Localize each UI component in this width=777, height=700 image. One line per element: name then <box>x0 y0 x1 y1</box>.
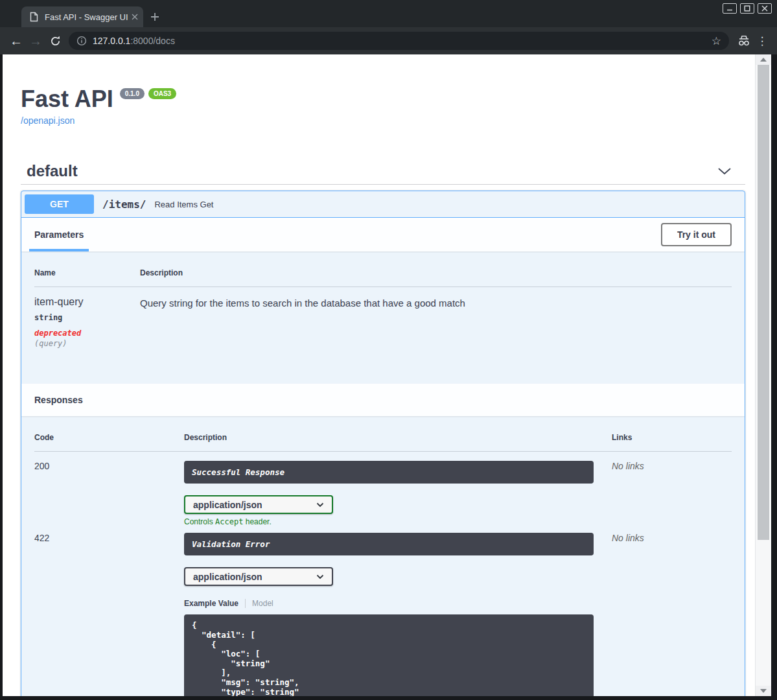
tag-title: default <box>27 161 78 180</box>
version-badge: 0.1.0 <box>120 88 145 99</box>
new-tab-button[interactable] <box>148 10 162 24</box>
tab-title: Fast API - Swagger UI <box>45 12 132 22</box>
browser-menu-icon[interactable]: ⋮ <box>754 34 771 48</box>
tag-header[interactable]: default <box>21 161 745 185</box>
browser-toolbar: ← → 127.0.0.1:8000/docs ☆ ⋮ <box>0 27 777 54</box>
window-controls <box>723 3 772 14</box>
responses-table-header: Code Description Links <box>34 433 732 452</box>
close-button[interactable] <box>758 3 772 14</box>
response-row-200: 200 Successful Response application/json… <box>34 452 732 526</box>
parameters-table: Name Description item-query string depre… <box>21 251 745 384</box>
page-info-icon[interactable] <box>76 36 87 46</box>
media-type-value: application/json <box>193 500 262 510</box>
operation-path: /items/ <box>102 198 146 211</box>
incognito-icon <box>734 31 754 51</box>
response-code: 422 <box>34 533 184 696</box>
col-header-code: Code <box>34 433 184 442</box>
maximize-button[interactable] <box>740 3 754 14</box>
parameter-name: item-query <box>34 296 140 308</box>
minimize-button[interactable] <box>723 3 737 14</box>
response-row-422: 422 Validation Error application/json <box>34 526 732 696</box>
scroll-up-button[interactable] <box>756 54 771 65</box>
example-model-tabs: Example Value Model <box>184 599 612 608</box>
openapi-spec-link[interactable]: /openapi.json <box>21 115 75 126</box>
responses-header: Responses <box>21 384 745 416</box>
col-header-name: Name <box>34 268 140 277</box>
bookmark-star-icon[interactable]: ☆ <box>712 34 721 48</box>
scroll-down-button[interactable] <box>756 686 771 696</box>
tab-example-value[interactable]: Example Value <box>184 599 238 608</box>
responses-table: Code Description Links 200 Successful Re… <box>21 416 745 696</box>
parameter-type: string <box>34 313 140 322</box>
example-json-block: { "detail": [ { "loc": [ "string" ], "ms… <box>184 614 594 696</box>
response-code: 200 <box>34 461 184 526</box>
opblock-get-items: GET /items/ Read Items Get Parameters Tr… <box>21 191 745 696</box>
response-description-box: Successful Response <box>184 461 594 484</box>
parameter-description: Query string for the items to search in … <box>140 296 732 348</box>
select-chevron-icon <box>316 502 324 508</box>
http-method-badge: GET <box>25 194 94 214</box>
tab-close-icon[interactable] <box>132 14 138 20</box>
back-button[interactable]: ← <box>6 31 26 51</box>
address-bar[interactable]: 127.0.0.1:8000/docs ☆ <box>69 32 729 50</box>
operation-summary[interactable]: GET /items/ Read Items Get <box>21 191 745 218</box>
parameter-row: item-query string deprecated (query) Que… <box>34 287 732 348</box>
col-header-description: Description <box>184 433 612 442</box>
controls-accept-note: Controls Accept header. <box>184 517 612 526</box>
select-chevron-icon <box>316 574 324 579</box>
browser-chrome: Fast API - Swagger UI ← → <box>0 0 777 54</box>
media-type-select-422[interactable]: application/json <box>184 567 333 586</box>
swagger-page: Fast API 0.1.0 OAS3 /openapi.json defaul… <box>3 54 755 696</box>
media-type-select-200[interactable]: application/json <box>184 495 333 514</box>
reload-button[interactable] <box>45 31 65 51</box>
parameters-header: Parameters Try it out <box>21 218 745 251</box>
chevron-down-icon[interactable] <box>717 167 732 175</box>
parameters-table-header: Name Description <box>34 268 732 287</box>
scrollbar-thumb[interactable] <box>758 65 769 540</box>
try-it-out-button[interactable]: Try it out <box>661 223 732 246</box>
url-host: 127.0.0.1 <box>93 36 130 46</box>
browser-viewport: Fast API 0.1.0 OAS3 /openapi.json defaul… <box>3 54 771 696</box>
col-header-description: Description <box>140 268 732 277</box>
api-info: Fast API 0.1.0 OAS3 <box>21 86 745 112</box>
browser-tab[interactable]: Fast API - Swagger UI <box>21 6 143 27</box>
url-path: :8000/docs <box>130 36 175 46</box>
response-links: No links <box>612 461 732 526</box>
oas3-badge: OAS3 <box>148 88 176 99</box>
responses-title: Responses <box>34 395 83 405</box>
page-scrollbar[interactable] <box>755 54 771 696</box>
forward-button[interactable]: → <box>26 31 45 51</box>
col-header-links: Links <box>612 433 732 442</box>
url-text[interactable]: 127.0.0.1:8000/docs <box>93 36 706 46</box>
parameters-tab-underline <box>29 249 89 251</box>
tab-strip: Fast API - Swagger UI <box>0 0 777 27</box>
media-type-value: application/json <box>193 572 262 582</box>
response-description-box: Validation Error <box>184 533 594 555</box>
page-favicon-icon <box>30 12 38 22</box>
response-links: No links <box>612 533 732 696</box>
tag-section-default: default GET /items/ Read Items Get Param… <box>21 161 745 696</box>
tab-model[interactable]: Model <box>252 599 273 608</box>
parameter-deprecated-flag: deprecated <box>34 329 140 338</box>
parameters-title: Parameters <box>34 229 84 240</box>
parameter-location: (query) <box>34 339 140 348</box>
page-title: Fast API <box>21 86 113 112</box>
tab-divider <box>245 599 246 608</box>
operation-description: Read Items Get <box>154 200 213 209</box>
